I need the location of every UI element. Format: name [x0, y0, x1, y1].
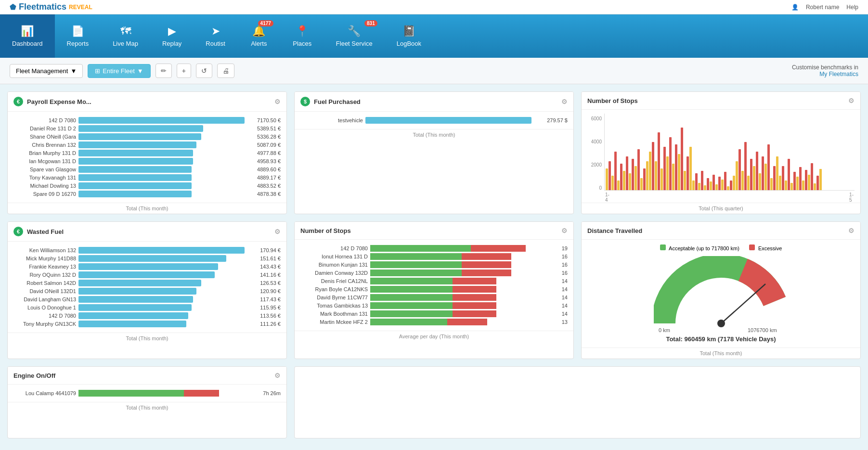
- num-stops-gear-icon[interactable]: ⚙: [561, 227, 568, 234]
- stops-bar-red: [462, 270, 511, 276]
- stops-bar-green: [370, 270, 462, 276]
- payroll-row-label: Spare 09 D 16270: [13, 191, 76, 197]
- wasted-fuel-gear-icon[interactable]: ⚙: [274, 228, 281, 235]
- wasted-fuel-widget: € Wasted Fuel ⚙ Ken Williamson 132 170.9…: [7, 221, 287, 359]
- chart-bar: [762, 156, 764, 190]
- stops-bar-container: [370, 270, 553, 276]
- chart-bar: [652, 142, 654, 190]
- stops-row-value: 14: [556, 311, 568, 317]
- chart-bar: [790, 183, 793, 190]
- chart-bar: [782, 166, 784, 190]
- chart-bar: [620, 164, 622, 190]
- places-icon: 📍: [296, 25, 309, 38]
- nav-item-fleetservice[interactable]: 🔧 831 Fleet Service: [324, 14, 385, 58]
- stops-bar-green: [370, 294, 453, 301]
- payroll-bar-container: [78, 191, 245, 197]
- payroll-row: Brian Murphy 131 D 4977.88 €: [13, 150, 281, 156]
- payroll-row-value: 7170.50 €: [247, 117, 281, 123]
- nav-label-replay: Replay: [162, 40, 181, 47]
- payroll-row-value: 4958.93 €: [247, 158, 281, 164]
- chart-bar: [663, 147, 666, 190]
- fuel-row-value: 279.57 $: [534, 117, 568, 123]
- nav-label-dashboard: Dashboard: [12, 40, 43, 47]
- payroll-bar-fill: [78, 182, 192, 189]
- chart-bar: [767, 144, 770, 190]
- nav-label-places: Places: [293, 40, 311, 47]
- entire-fleet-dropdown[interactable]: ⊞ Entire Fleet ▼: [88, 64, 150, 78]
- chart-bar: [681, 128, 683, 190]
- payroll-gear-icon[interactable]: ⚙: [274, 98, 281, 105]
- chart-bar: [629, 173, 631, 190]
- payroll-title-area: € Payroll Expense Mo...: [13, 97, 91, 106]
- help-link[interactable]: Help: [846, 4, 858, 11]
- distance-footer: Total (This month): [582, 347, 860, 359]
- payroll-row: Michael Dowling 13 4883.52 €: [13, 182, 281, 189]
- payroll-bar-container: [78, 150, 245, 156]
- alerts-icon: 🔔: [252, 25, 265, 38]
- engine-row: Lou Calamp 4641079 7h 26m: [13, 390, 281, 397]
- chart-bar: [730, 180, 732, 190]
- stops-bar-container: [370, 253, 553, 260]
- stops-bar-green: [370, 302, 453, 309]
- stops-bar-red: [453, 294, 496, 301]
- nav-item-alerts[interactable]: 🔔 4177 Alerts: [237, 14, 281, 58]
- fuel-footer: Total (This month): [295, 129, 573, 140]
- chart-bar: [805, 170, 807, 190]
- nav-item-replay[interactable]: ▶ Replay: [150, 14, 194, 58]
- num-stops-chart-widget: Number of Stops ⚙ 6000 4000 2000 0 1-4: [581, 91, 861, 214]
- payroll-row: Chris Brennan 132 5087.09 €: [13, 141, 281, 148]
- wasted-row-label: Rory OQuinn 132 D: [13, 272, 76, 278]
- fuel-header: $ Fuel Purchased ⚙: [295, 92, 573, 112]
- wasted-row: Frankie Keavney 13 143.43 €: [13, 263, 281, 270]
- payroll-row: Tony Kavanagh 131 4889.17 €: [13, 174, 281, 181]
- chart-bar: [811, 163, 813, 190]
- fuel-body: testvehicle 279.57 $: [295, 112, 573, 129]
- stops-bar-container: [370, 294, 553, 301]
- fuel-gear-icon[interactable]: ⚙: [561, 98, 568, 105]
- x-label-1-5: 1-5: [849, 192, 854, 203]
- chart-bar: [609, 161, 611, 190]
- nav-item-routist[interactable]: ➤ Routist: [194, 14, 237, 58]
- chart-bar: [692, 180, 695, 190]
- wasted-row-label: David ONeill 132D1: [13, 288, 76, 294]
- stops-row-label: David Byrne 11CW77: [300, 295, 368, 300]
- fleet-management-dropdown[interactable]: Fleet Management ▼: [10, 64, 83, 78]
- stops-row-label: Denis Friel CA12NL: [300, 278, 368, 284]
- payroll-row-value: 4889.17 €: [247, 175, 281, 180]
- legend-acceptable: Acceptable (up to 717800 km): [660, 244, 739, 251]
- fleet-management-label: Fleet Management: [16, 67, 68, 75]
- chart-bar: [675, 144, 677, 190]
- num-stops-chart-header: Number of Stops ⚙: [582, 92, 860, 110]
- nav-item-reports[interactable]: 📄 Reports: [55, 14, 101, 58]
- wasted-row-label: Tony Murphy GN13CK: [13, 321, 76, 327]
- print-icon: 🖨: [222, 67, 229, 75]
- num-stops-title: Number of Stops: [300, 227, 351, 234]
- payroll-bar-fill: [78, 141, 196, 148]
- engine-gear-icon[interactable]: ⚙: [274, 372, 281, 379]
- nav-item-dashboard[interactable]: 📊 Dashboard: [0, 14, 55, 58]
- wasted-bar-fill: [78, 271, 215, 278]
- entire-fleet-label: Entire Fleet: [103, 67, 134, 75]
- wasted-row-label: David Langham GN13: [13, 296, 76, 302]
- fuel-dollar-icon: $: [300, 97, 310, 106]
- nav-label-logbook: LogBook: [397, 40, 421, 47]
- wasted-bar-fill: [78, 321, 186, 327]
- add-button[interactable]: +: [177, 64, 191, 78]
- distance-gear-icon[interactable]: ⚙: [848, 227, 855, 234]
- refresh-button[interactable]: ↺: [196, 64, 212, 78]
- edit-button[interactable]: ✏: [155, 64, 172, 78]
- chart-bar: [736, 161, 738, 190]
- engine-bar-red: [184, 390, 219, 397]
- payroll-bar-fill: [78, 117, 245, 124]
- nav-item-places[interactable]: 📍 Places: [281, 14, 324, 58]
- num-stops-chart-gear-icon[interactable]: ⚙: [848, 97, 855, 104]
- payroll-row: Shane ONeill (Gara 5336.28 €: [13, 133, 281, 140]
- user-name[interactable]: Robert name: [806, 4, 839, 11]
- engine-footer: Total (This month): [8, 402, 286, 413]
- chart-bar: [808, 175, 810, 190]
- nav-item-livemap[interactable]: 🗺 Live Map: [101, 14, 150, 58]
- nav-item-logbook[interactable]: 📓 LogBook: [385, 14, 433, 58]
- print-button[interactable]: 🖨: [217, 64, 234, 78]
- chart-bar: [611, 176, 614, 190]
- my-fleetmatics-link[interactable]: My Fleetmatics: [819, 71, 858, 77]
